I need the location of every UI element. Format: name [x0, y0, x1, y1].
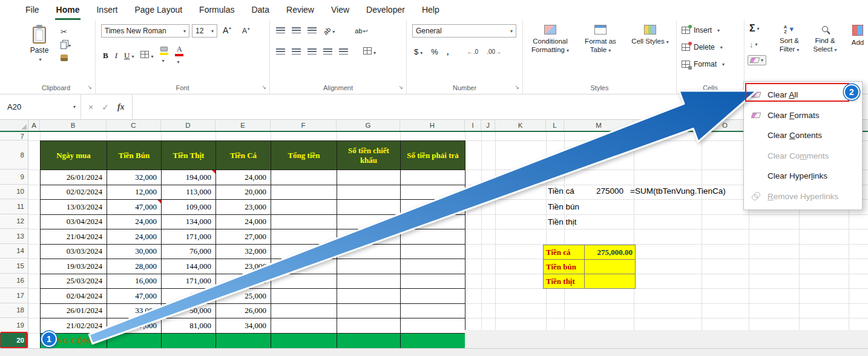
ribbon-tab-developer[interactable]: Developer — [358, 0, 413, 20]
row-header-7[interactable]: 7 — [0, 132, 28, 140]
table-cell[interactable] — [337, 259, 401, 274]
paste-button[interactable]: Paste ▾ — [24, 25, 54, 62]
summary-label-cell[interactable]: Tiền thịt — [544, 274, 585, 289]
table-header-cell[interactable]: Tiền Cá — [216, 141, 271, 170]
table-cell[interactable] — [337, 289, 401, 304]
ribbon-tab-insert[interactable]: Insert — [88, 0, 126, 20]
clear-button[interactable]: ▾ — [748, 55, 766, 65]
percent-style-button[interactable]: % — [431, 47, 438, 56]
ribbon-tab-review[interactable]: Review — [278, 0, 323, 20]
sort-filter-button[interactable]: AZ▼ Sort & Filter▾ — [772, 25, 806, 54]
ribbon-tab-data[interactable]: Data — [243, 0, 278, 20]
dialog-launcher-icon[interactable]: ↘ — [87, 85, 92, 90]
table-cell[interactable]: 113,000 — [162, 185, 216, 200]
table-cell[interactable] — [337, 244, 401, 259]
row-header-12[interactable]: 12 — [0, 214, 28, 229]
table-cell[interactable]: 13/03/2024 — [41, 200, 107, 215]
borders-button[interactable]: ▾ — [140, 51, 153, 60]
decrease-decimal-button[interactable]: .00→ — [487, 48, 501, 55]
row-header-19[interactable]: 19 — [0, 318, 28, 333]
row-header-8[interactable]: 8 — [0, 140, 28, 170]
side-cell-label[interactable]: Tiền bún — [548, 202, 596, 211]
table-cell[interactable]: 20,000 — [216, 185, 271, 200]
table-cell[interactable]: 17,000 — [216, 274, 271, 289]
total-row-cell[interactable] — [337, 333, 401, 348]
side-cell-label[interactable]: Tiền thịt — [548, 217, 596, 226]
column-header-K[interactable]: K — [495, 120, 546, 131]
table-cell[interactable]: 34,000 — [216, 318, 271, 334]
copy-button[interactable]: ▾ — [61, 42, 71, 49]
table-cell[interactable] — [271, 200, 337, 215]
table-cell[interactable]: 23,000 — [216, 259, 271, 274]
table-cell[interactable]: 32,000 — [107, 170, 162, 185]
table-cell[interactable] — [337, 200, 401, 215]
table-cell[interactable] — [271, 244, 337, 259]
side-cell-value[interactable]: 275000 — [596, 186, 622, 196]
row-header-11[interactable]: 11 — [0, 199, 28, 214]
ribbon-tab-view[interactable]: View — [323, 0, 358, 20]
accounting-format-button[interactable]: $▾ — [414, 47, 422, 56]
find-select-button[interactable]: Find & Select▾ — [809, 26, 841, 54]
ribbon-tab-formulas[interactable]: Formulas — [191, 0, 243, 20]
table-cell[interactable]: 25/03/2024 — [41, 274, 107, 289]
italic-button[interactable]: I — [115, 51, 117, 61]
total-row-cell[interactable] — [216, 333, 271, 348]
increase-font-button[interactable]: A▴ — [223, 25, 231, 35]
total-row-cell[interactable] — [162, 333, 216, 348]
table-cell[interactable]: 76,000 — [162, 244, 216, 259]
table-cell[interactable]: 19/03/2024 — [41, 259, 107, 274]
format-cells-button[interactable]: Format▾ — [682, 60, 725, 68]
side-cell-label[interactable]: Tiền cá — [548, 186, 596, 196]
column-header-H[interactable]: H — [400, 120, 465, 131]
table-cell[interactable] — [401, 259, 465, 274]
align-top-button[interactable] — [276, 27, 285, 34]
table-cell[interactable]: 21/04/2024 — [41, 229, 107, 245]
align-bottom-button[interactable] — [307, 27, 317, 34]
table-header-cell[interactable]: Số tiền chiết khấu — [337, 141, 401, 170]
table-cell[interactable]: 47,000 — [107, 200, 162, 215]
table-cell[interactable]: 23,000 — [216, 200, 271, 215]
bold-button[interactable]: B — [103, 51, 108, 61]
menu-item-clear-formats[interactable]: Clear Formats — [744, 105, 862, 126]
row-header-16[interactable]: 16 — [0, 274, 28, 289]
ribbon-tab-file[interactable]: File — [17, 0, 48, 20]
dialog-launcher-icon[interactable]: ↘ — [261, 85, 266, 90]
column-header-G[interactable]: G — [337, 120, 400, 131]
column-header-C[interactable]: C — [107, 120, 161, 131]
table-cell[interactable]: 26/01/2024 — [41, 303, 107, 318]
column-header-F[interactable]: F — [271, 120, 337, 131]
row-header-9[interactable]: 9 — [0, 170, 28, 185]
table-cell[interactable] — [401, 318, 465, 334]
cell-styles-button[interactable]: Cell Styles▾ — [626, 25, 674, 45]
row-header-13[interactable]: 13 — [0, 229, 28, 244]
merge-center-button[interactable]: ▾ — [363, 47, 376, 56]
decrease-indent-button[interactable] — [323, 48, 332, 55]
table-cell[interactable]: 24,000 — [216, 170, 271, 185]
table-cell[interactable]: 25,000 — [216, 289, 271, 304]
table-header-cell[interactable]: Số tiền phải trả — [401, 141, 465, 170]
table-cell[interactable] — [401, 303, 465, 318]
select-all-corner[interactable] — [0, 120, 28, 131]
summary-label-cell[interactable]: Tiền bún — [544, 260, 585, 274]
table-cell[interactable]: 26,000 — [216, 303, 271, 318]
table-cell[interactable]: 03/03/2024 — [41, 244, 107, 259]
font-size-select[interactable]: 12▾ — [192, 24, 217, 38]
align-right-button[interactable] — [307, 48, 317, 55]
row-header-18[interactable]: 18 — [0, 303, 28, 318]
column-header-M[interactable]: M — [564, 120, 634, 131]
side-cell-formula[interactable]: =SUM(tbTenVung.TienCa) — [630, 186, 726, 196]
table-cell[interactable]: 24,000 — [107, 229, 162, 245]
cut-button[interactable]: ✂ — [61, 27, 71, 36]
fill-color-button[interactable]: ▾ — [160, 47, 168, 64]
table-cell[interactable] — [401, 289, 465, 304]
table-cell[interactable] — [401, 185, 465, 200]
insert-cells-button[interactable]: Insert▾ — [682, 26, 720, 35]
table-cell[interactable]: 27,000 — [107, 318, 162, 334]
table-cell[interactable] — [337, 170, 401, 185]
table-cell[interactable]: 33,000 — [107, 303, 162, 318]
dialog-launcher-icon[interactable]: ↘ — [398, 85, 403, 90]
summary-value-cell[interactable]: 275,000.00 — [585, 245, 636, 260]
table-cell[interactable] — [401, 170, 465, 185]
table-cell[interactable]: 12,000 — [107, 185, 162, 200]
menu-item-clear-comments[interactable]: Clear Comments — [744, 146, 862, 166]
